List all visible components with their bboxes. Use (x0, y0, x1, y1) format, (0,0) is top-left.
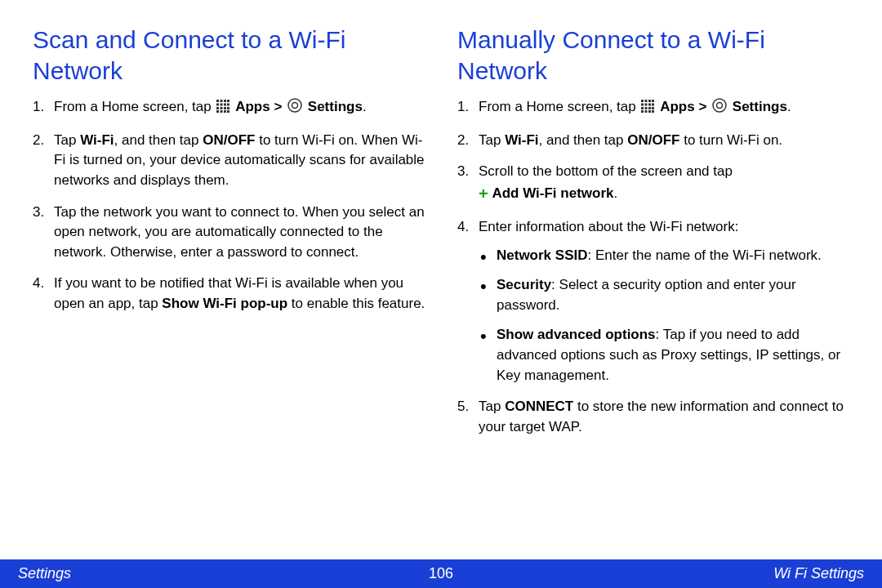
text: From a Home screen, tap (54, 99, 215, 114)
left-column: Scan and Connect to a Wi-Fi Network From… (33, 24, 433, 559)
right-bullets: Network SSID: Enter the name of the Wi-F… (479, 246, 858, 386)
text: . (787, 99, 791, 114)
text-bold: Show advanced options (497, 327, 656, 342)
text: Tap (479, 399, 505, 414)
svg-rect-13 (220, 110, 223, 113)
bullet-advanced: Show advanced options: Tap if you need t… (479, 325, 858, 385)
svg-rect-4 (216, 104, 219, 106)
text-bold: ON/OFF (627, 132, 679, 148)
svg-rect-24 (648, 104, 651, 106)
svg-rect-12 (216, 110, 219, 113)
text: Tap (54, 132, 80, 148)
plus-icon: + (479, 185, 488, 203)
right-step-5: Tap CONNECT to store the new information… (457, 397, 858, 437)
footer-page-number: 106 (429, 565, 453, 582)
right-heading: Manually Connect to a Wi‑Fi Network (457, 24, 858, 86)
left-step-4: If you want to be notified that Wi-Fi is… (33, 274, 433, 314)
svg-point-16 (288, 99, 301, 112)
svg-point-17 (292, 103, 298, 109)
text: : Enter the name of the Wi-Fi network. (587, 247, 821, 263)
svg-rect-8 (216, 107, 219, 109)
svg-rect-30 (641, 110, 644, 113)
bullet-security: Security: Select a security option and e… (479, 275, 858, 315)
page-content: Scan and Connect to a Wi-Fi Network From… (0, 0, 882, 559)
left-steps: From a Home screen, tap Apps > Settings. (33, 97, 433, 314)
text: to enable this feature. (287, 296, 425, 311)
left-step-2: Tap Wi-Fi, and then tap ON/OFF to turn W… (33, 131, 433, 191)
svg-rect-26 (641, 107, 644, 109)
right-step-1: From a Home screen, tap Apps > Settings. (457, 97, 858, 119)
svg-point-34 (713, 99, 726, 112)
right-step-2: Tap Wi-Fi, and then tap ON/OFF to turn W… (457, 131, 858, 151)
left-step-1: From a Home screen, tap Apps > Settings. (33, 97, 433, 119)
right-step-4: Enter information about the Wi-Fi networ… (457, 217, 858, 385)
text: Tap (479, 132, 505, 148)
text-bold: Network SSID (497, 247, 587, 263)
svg-rect-25 (652, 104, 654, 106)
text: , and then tap (539, 132, 628, 148)
left-heading: Scan and Connect to a Wi-Fi Network (33, 24, 433, 86)
text: . (363, 99, 367, 114)
text: to turn Wi-Fi on. (679, 132, 782, 148)
svg-rect-28 (648, 107, 651, 109)
svg-rect-18 (641, 100, 644, 102)
svg-rect-2 (224, 100, 226, 102)
svg-rect-21 (652, 100, 654, 102)
svg-rect-22 (641, 104, 644, 106)
right-step-3: Scroll to the bottom of the screen and t… (457, 162, 858, 206)
settings-gear-icon (287, 98, 302, 119)
text-bold: Security (497, 277, 551, 292)
footer-left: Settings (18, 565, 71, 582)
text-bold: Wi-Fi (80, 132, 114, 148)
text: Scroll to the bottom of the screen and t… (479, 163, 733, 179)
svg-rect-33 (652, 110, 654, 113)
svg-rect-0 (216, 100, 219, 102)
right-steps: From a Home screen, tap Apps > Settings. (457, 97, 858, 438)
text-bold: Wi-Fi (505, 132, 538, 148)
settings-label: Settings (308, 99, 363, 114)
svg-rect-31 (645, 110, 648, 113)
apps-label: Apps > (235, 99, 286, 114)
text-bold: ON/OFF (203, 132, 255, 148)
svg-rect-14 (224, 110, 226, 113)
svg-rect-23 (645, 104, 648, 106)
text-bold: Add Wi-Fi network (492, 185, 613, 201)
svg-rect-7 (227, 104, 229, 106)
svg-rect-29 (652, 107, 654, 109)
svg-rect-11 (227, 107, 229, 109)
text: Enter information about the Wi-Fi networ… (479, 219, 738, 234)
svg-rect-27 (645, 107, 648, 109)
svg-rect-5 (220, 104, 223, 106)
apps-grid-icon (216, 99, 229, 119)
text: , and then tap (114, 132, 203, 148)
svg-rect-32 (648, 110, 651, 113)
left-step-3: Tap the network you want to connect to. … (33, 203, 433, 263)
svg-point-35 (717, 103, 723, 109)
svg-rect-10 (224, 107, 226, 109)
apps-label: Apps > (660, 99, 710, 114)
svg-rect-15 (227, 110, 229, 113)
page-footer: Settings 106 Wi Fi Settings (0, 559, 882, 588)
text-bold: Show Wi-Fi pop-up (162, 296, 287, 311)
apps-grid-icon (641, 99, 654, 119)
svg-rect-9 (220, 107, 223, 109)
settings-gear-icon (712, 98, 727, 119)
svg-rect-19 (645, 100, 648, 102)
bullet-ssid: Network SSID: Enter the name of the Wi-F… (479, 246, 858, 266)
settings-label: Settings (733, 99, 787, 114)
text: . (613, 185, 617, 201)
svg-rect-1 (220, 100, 223, 102)
svg-rect-20 (648, 100, 651, 102)
svg-rect-3 (227, 100, 229, 102)
svg-rect-6 (224, 104, 226, 106)
text-bold: CONNECT (505, 399, 573, 414)
text: From a Home screen, tap (479, 99, 639, 114)
right-column: Manually Connect to a Wi‑Fi Network From… (457, 24, 858, 559)
footer-right: Wi Fi Settings (773, 565, 864, 582)
